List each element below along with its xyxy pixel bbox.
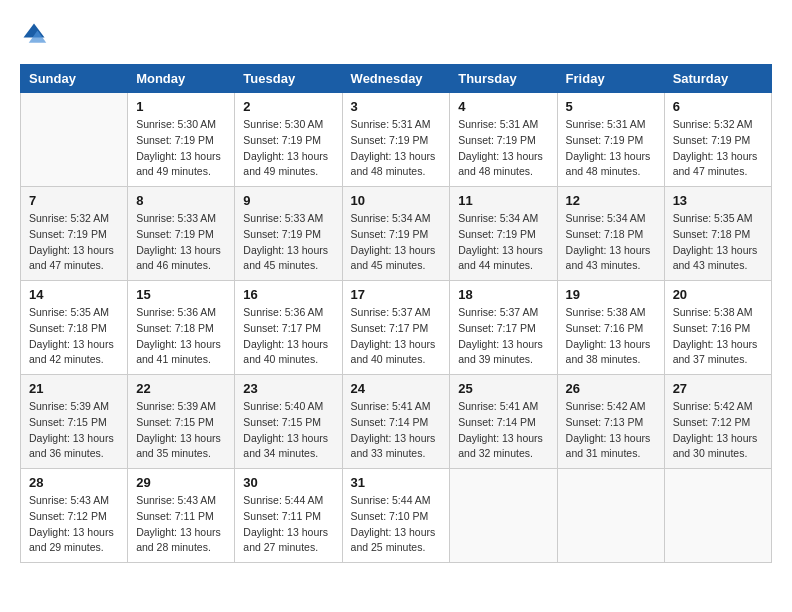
day-number: 2 — [243, 99, 333, 114]
day-info: Sunrise: 5:39 AMSunset: 7:15 PMDaylight:… — [136, 399, 226, 462]
day-number: 1 — [136, 99, 226, 114]
day-number: 6 — [673, 99, 763, 114]
calendar-cell: 22Sunrise: 5:39 AMSunset: 7:15 PMDayligh… — [128, 375, 235, 469]
day-number: 27 — [673, 381, 763, 396]
day-info: Sunrise: 5:36 AMSunset: 7:18 PMDaylight:… — [136, 305, 226, 368]
day-number: 11 — [458, 193, 548, 208]
column-header-saturday: Saturday — [664, 65, 771, 93]
week-row-3: 14Sunrise: 5:35 AMSunset: 7:18 PMDayligh… — [21, 281, 772, 375]
calendar-cell: 14Sunrise: 5:35 AMSunset: 7:18 PMDayligh… — [21, 281, 128, 375]
day-info: Sunrise: 5:30 AMSunset: 7:19 PMDaylight:… — [243, 117, 333, 180]
day-info: Sunrise: 5:44 AMSunset: 7:11 PMDaylight:… — [243, 493, 333, 556]
calendar-cell: 10Sunrise: 5:34 AMSunset: 7:19 PMDayligh… — [342, 187, 450, 281]
day-info: Sunrise: 5:44 AMSunset: 7:10 PMDaylight:… — [351, 493, 442, 556]
column-header-monday: Monday — [128, 65, 235, 93]
calendar-cell: 9Sunrise: 5:33 AMSunset: 7:19 PMDaylight… — [235, 187, 342, 281]
calendar-cell: 27Sunrise: 5:42 AMSunset: 7:12 PMDayligh… — [664, 375, 771, 469]
week-row-1: 1Sunrise: 5:30 AMSunset: 7:19 PMDaylight… — [21, 93, 772, 187]
calendar-cell: 20Sunrise: 5:38 AMSunset: 7:16 PMDayligh… — [664, 281, 771, 375]
day-number: 29 — [136, 475, 226, 490]
day-info: Sunrise: 5:34 AMSunset: 7:18 PMDaylight:… — [566, 211, 656, 274]
calendar-cell: 25Sunrise: 5:41 AMSunset: 7:14 PMDayligh… — [450, 375, 557, 469]
day-number: 23 — [243, 381, 333, 396]
day-number: 19 — [566, 287, 656, 302]
calendar-cell: 29Sunrise: 5:43 AMSunset: 7:11 PMDayligh… — [128, 469, 235, 563]
calendar-cell: 13Sunrise: 5:35 AMSunset: 7:18 PMDayligh… — [664, 187, 771, 281]
day-info: Sunrise: 5:31 AMSunset: 7:19 PMDaylight:… — [351, 117, 442, 180]
day-number: 5 — [566, 99, 656, 114]
day-info: Sunrise: 5:34 AMSunset: 7:19 PMDaylight:… — [351, 211, 442, 274]
day-info: Sunrise: 5:35 AMSunset: 7:18 PMDaylight:… — [673, 211, 763, 274]
day-number: 8 — [136, 193, 226, 208]
page-header — [20, 20, 772, 48]
day-info: Sunrise: 5:35 AMSunset: 7:18 PMDaylight:… — [29, 305, 119, 368]
day-info: Sunrise: 5:37 AMSunset: 7:17 PMDaylight:… — [458, 305, 548, 368]
calendar-cell: 19Sunrise: 5:38 AMSunset: 7:16 PMDayligh… — [557, 281, 664, 375]
calendar-cell: 24Sunrise: 5:41 AMSunset: 7:14 PMDayligh… — [342, 375, 450, 469]
day-info: Sunrise: 5:32 AMSunset: 7:19 PMDaylight:… — [29, 211, 119, 274]
column-header-wednesday: Wednesday — [342, 65, 450, 93]
day-info: Sunrise: 5:34 AMSunset: 7:19 PMDaylight:… — [458, 211, 548, 274]
calendar-cell: 1Sunrise: 5:30 AMSunset: 7:19 PMDaylight… — [128, 93, 235, 187]
calendar-cell: 16Sunrise: 5:36 AMSunset: 7:17 PMDayligh… — [235, 281, 342, 375]
day-info: Sunrise: 5:30 AMSunset: 7:19 PMDaylight:… — [136, 117, 226, 180]
logo — [20, 20, 52, 48]
calendar-cell: 8Sunrise: 5:33 AMSunset: 7:19 PMDaylight… — [128, 187, 235, 281]
day-number: 30 — [243, 475, 333, 490]
day-info: Sunrise: 5:39 AMSunset: 7:15 PMDaylight:… — [29, 399, 119, 462]
column-header-sunday: Sunday — [21, 65, 128, 93]
day-info: Sunrise: 5:33 AMSunset: 7:19 PMDaylight:… — [243, 211, 333, 274]
week-row-5: 28Sunrise: 5:43 AMSunset: 7:12 PMDayligh… — [21, 469, 772, 563]
calendar-cell: 2Sunrise: 5:30 AMSunset: 7:19 PMDaylight… — [235, 93, 342, 187]
day-number: 12 — [566, 193, 656, 208]
day-info: Sunrise: 5:37 AMSunset: 7:17 PMDaylight:… — [351, 305, 442, 368]
column-header-tuesday: Tuesday — [235, 65, 342, 93]
calendar-cell: 5Sunrise: 5:31 AMSunset: 7:19 PMDaylight… — [557, 93, 664, 187]
day-info: Sunrise: 5:31 AMSunset: 7:19 PMDaylight:… — [458, 117, 548, 180]
calendar-cell: 31Sunrise: 5:44 AMSunset: 7:10 PMDayligh… — [342, 469, 450, 563]
day-info: Sunrise: 5:40 AMSunset: 7:15 PMDaylight:… — [243, 399, 333, 462]
day-number: 17 — [351, 287, 442, 302]
calendar-cell: 17Sunrise: 5:37 AMSunset: 7:17 PMDayligh… — [342, 281, 450, 375]
calendar-cell: 3Sunrise: 5:31 AMSunset: 7:19 PMDaylight… — [342, 93, 450, 187]
calendar-cell — [450, 469, 557, 563]
calendar-header-row: SundayMondayTuesdayWednesdayThursdayFrid… — [21, 65, 772, 93]
day-number: 22 — [136, 381, 226, 396]
calendar-cell — [664, 469, 771, 563]
calendar-cell: 4Sunrise: 5:31 AMSunset: 7:19 PMDaylight… — [450, 93, 557, 187]
calendar-cell: 11Sunrise: 5:34 AMSunset: 7:19 PMDayligh… — [450, 187, 557, 281]
day-number: 9 — [243, 193, 333, 208]
day-info: Sunrise: 5:42 AMSunset: 7:13 PMDaylight:… — [566, 399, 656, 462]
day-number: 26 — [566, 381, 656, 396]
calendar-cell: 7Sunrise: 5:32 AMSunset: 7:19 PMDaylight… — [21, 187, 128, 281]
day-number: 24 — [351, 381, 442, 396]
day-number: 18 — [458, 287, 548, 302]
day-info: Sunrise: 5:36 AMSunset: 7:17 PMDaylight:… — [243, 305, 333, 368]
calendar-cell: 6Sunrise: 5:32 AMSunset: 7:19 PMDaylight… — [664, 93, 771, 187]
day-number: 25 — [458, 381, 548, 396]
day-info: Sunrise: 5:42 AMSunset: 7:12 PMDaylight:… — [673, 399, 763, 462]
day-number: 10 — [351, 193, 442, 208]
day-info: Sunrise: 5:41 AMSunset: 7:14 PMDaylight:… — [351, 399, 442, 462]
day-number: 14 — [29, 287, 119, 302]
logo-icon — [20, 20, 48, 48]
calendar-cell: 30Sunrise: 5:44 AMSunset: 7:11 PMDayligh… — [235, 469, 342, 563]
day-number: 4 — [458, 99, 548, 114]
week-row-2: 7Sunrise: 5:32 AMSunset: 7:19 PMDaylight… — [21, 187, 772, 281]
day-info: Sunrise: 5:33 AMSunset: 7:19 PMDaylight:… — [136, 211, 226, 274]
day-number: 3 — [351, 99, 442, 114]
day-number: 20 — [673, 287, 763, 302]
day-number: 13 — [673, 193, 763, 208]
week-row-4: 21Sunrise: 5:39 AMSunset: 7:15 PMDayligh… — [21, 375, 772, 469]
day-info: Sunrise: 5:41 AMSunset: 7:14 PMDaylight:… — [458, 399, 548, 462]
calendar-cell: 15Sunrise: 5:36 AMSunset: 7:18 PMDayligh… — [128, 281, 235, 375]
column-header-friday: Friday — [557, 65, 664, 93]
calendar-cell: 18Sunrise: 5:37 AMSunset: 7:17 PMDayligh… — [450, 281, 557, 375]
calendar-cell: 28Sunrise: 5:43 AMSunset: 7:12 PMDayligh… — [21, 469, 128, 563]
day-number: 28 — [29, 475, 119, 490]
calendar-cell: 26Sunrise: 5:42 AMSunset: 7:13 PMDayligh… — [557, 375, 664, 469]
calendar-cell: 12Sunrise: 5:34 AMSunset: 7:18 PMDayligh… — [557, 187, 664, 281]
calendar-cell — [557, 469, 664, 563]
column-header-thursday: Thursday — [450, 65, 557, 93]
day-info: Sunrise: 5:43 AMSunset: 7:11 PMDaylight:… — [136, 493, 226, 556]
